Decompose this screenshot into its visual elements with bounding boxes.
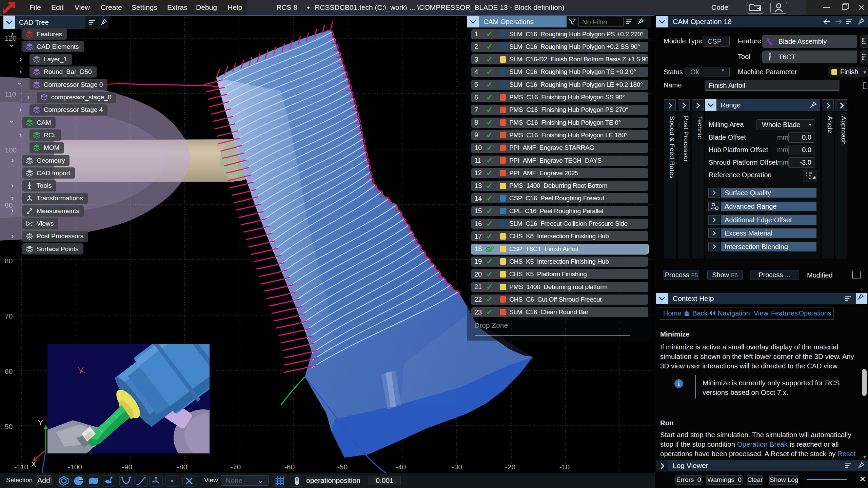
svg-text:-50: -50 xyxy=(337,463,348,471)
svg-text:-90: -90 xyxy=(122,463,132,471)
svg-text:-30: -30 xyxy=(452,463,462,471)
svg-text:-110: -110 xyxy=(15,463,28,471)
svg-text:X: X xyxy=(31,460,36,468)
svg-text:-70: -70 xyxy=(231,463,241,471)
svg-text:-20: -20 xyxy=(505,463,515,471)
svg-text:50: 50 xyxy=(5,423,13,430)
svg-text:-10: -10 xyxy=(559,463,570,471)
svg-text:-40: -40 xyxy=(396,463,406,471)
svg-text:70: 70 xyxy=(5,312,13,320)
svg-text:-60: -60 xyxy=(284,463,295,471)
svg-text:Y: Y xyxy=(38,419,43,427)
svg-text:-80: -80 xyxy=(177,463,187,471)
svg-text:60: 60 xyxy=(5,367,13,375)
svg-text:-100: -100 xyxy=(68,463,82,471)
